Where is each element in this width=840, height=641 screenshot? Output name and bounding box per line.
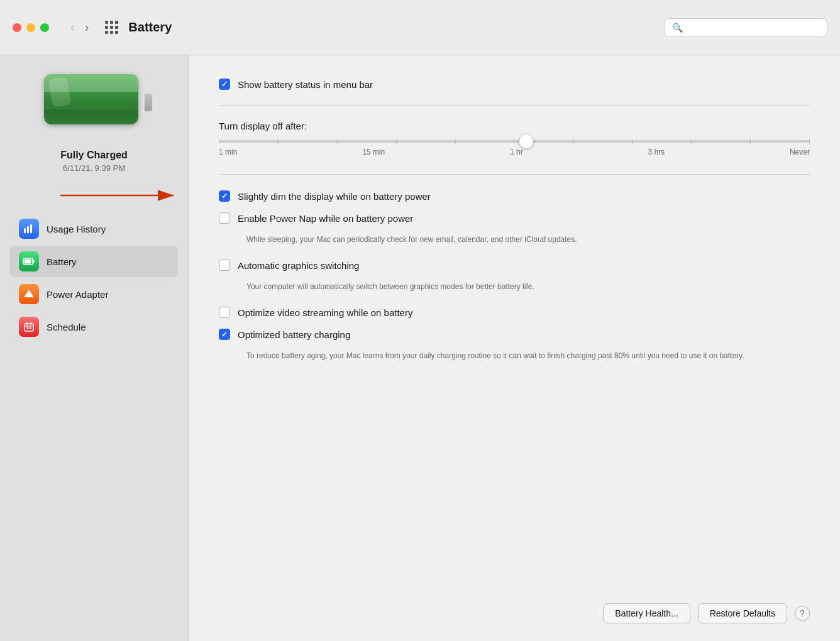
content-area: Show battery status in menu bar Turn dis… (189, 55, 840, 641)
sidebar-item-label-power-adapter: Power Adapter (47, 289, 108, 300)
search-bar[interactable]: 🔍 (664, 18, 827, 37)
battery-image (44, 74, 145, 131)
sidebar-item-label-schedule: Schedule (47, 322, 86, 332)
page-title: Battery (128, 20, 172, 35)
sidebar-item-label-battery: Battery (47, 256, 77, 267)
svg-rect-6 (33, 260, 35, 263)
power-nap-desc: While sleeping, your Mac can periodicall… (246, 234, 810, 245)
optimized-charging-label: Optimized battery charging (238, 328, 350, 341)
tick-7 (573, 139, 573, 144)
slider-labels: 1 min 15 min 1 hr 3 hrs Never (219, 148, 810, 156)
svg-rect-5 (25, 260, 31, 264)
tick-3 (337, 139, 338, 144)
tick-11 (809, 139, 810, 144)
slider-min-label: 1 min (219, 148, 237, 156)
titlebar: ‹ › Battery 🔍 (0, 0, 840, 55)
dim-display-label: Slightly dim the display while on batter… (238, 190, 431, 203)
power-nap-row: Enable Power Nap while on battery power (219, 212, 810, 225)
divider-1 (219, 105, 810, 106)
slider-3hrs-label: 3 hrs (648, 148, 665, 156)
close-button[interactable] (13, 23, 21, 32)
battery-health-button[interactable]: Battery Health... (603, 603, 690, 623)
sidebar-item-power-adapter[interactable]: Power Adapter (10, 278, 178, 310)
usage-history-icon (19, 219, 39, 239)
sidebar: Fully Charged 6/11/21, 9:39 PM (0, 55, 189, 641)
battery-nav-icon (19, 251, 39, 271)
svg-rect-1 (24, 228, 26, 233)
svg-rect-14 (30, 327, 31, 329)
auto-graphics-desc: Your computer will automatically switch … (246, 281, 810, 292)
svg-rect-2 (27, 226, 29, 233)
slider-max-label: Never (790, 148, 810, 156)
sidebar-nav: Usage History Battery (10, 213, 178, 344)
slider-thumb[interactable] (519, 134, 533, 148)
turn-display-off-label: Turn display off after: (219, 121, 810, 131)
arrow-svg (48, 183, 186, 208)
show-battery-checkbox[interactable] (219, 79, 230, 90)
tick-10 (750, 139, 751, 144)
auto-graphics-row: Automatic graphics switching (219, 259, 810, 272)
slider-1hr-label: 1 hr (510, 148, 523, 156)
tick-2 (278, 139, 279, 144)
tick-5 (455, 139, 456, 144)
battery-tip (145, 94, 152, 111)
optimized-charging-checkbox[interactable] (219, 329, 230, 340)
help-button[interactable]: ? (795, 606, 810, 621)
slider-15min-label: 15 min (362, 148, 385, 156)
svg-rect-3 (30, 224, 32, 233)
divider-2 (219, 174, 810, 175)
search-input[interactable] (688, 23, 819, 33)
optimize-video-label: Optimize video streaming while on batter… (238, 306, 412, 319)
sidebar-item-usage-history[interactable]: Usage History (10, 213, 178, 244)
show-battery-row: Show battery status in menu bar (219, 78, 810, 91)
slider-section: Turn display off after: (219, 121, 810, 156)
power-adapter-icon (19, 284, 39, 304)
auto-graphics-checkbox[interactable] (219, 260, 230, 271)
minimize-button[interactable] (26, 23, 35, 32)
power-nap-checkbox[interactable] (219, 212, 230, 224)
arrow-annotation (10, 183, 178, 208)
grid-icon[interactable] (105, 21, 118, 34)
tick-9 (691, 139, 692, 144)
battery-date: 6/11/21, 9:39 PM (63, 163, 125, 173)
battery-status: Fully Charged (60, 150, 128, 161)
svg-rect-12 (26, 327, 28, 329)
schedule-icon (19, 317, 39, 337)
dim-display-checkbox[interactable] (219, 190, 230, 202)
svg-rect-13 (28, 327, 30, 329)
optimized-charging-desc: To reduce battery aging, your Mac learns… (246, 350, 810, 361)
maximize-button[interactable] (40, 23, 49, 32)
tick-8 (632, 139, 633, 144)
dim-display-row: Slightly dim the display while on batter… (219, 190, 810, 203)
search-icon: 🔍 (672, 23, 683, 33)
sidebar-item-label-usage-history: Usage History (47, 224, 106, 234)
tick-6 (514, 139, 514, 144)
back-button[interactable]: ‹ (67, 19, 79, 36)
sidebar-item-battery[interactable]: Battery (10, 246, 178, 277)
window-controls (13, 23, 49, 32)
show-battery-label: Show battery status in menu bar (238, 78, 373, 91)
optimized-charging-row: Optimized battery charging (219, 328, 810, 341)
optimize-video-checkbox[interactable] (219, 307, 230, 318)
svg-marker-7 (24, 290, 34, 297)
nav-arrows: ‹ › (67, 19, 92, 36)
slider-track (219, 140, 810, 143)
main-layout: Fully Charged 6/11/21, 9:39 PM (0, 55, 840, 641)
tick-4 (396, 139, 397, 144)
optimize-video-row: Optimize video streaming while on batter… (219, 306, 810, 319)
power-nap-label: Enable Power Nap while on battery power (238, 212, 413, 225)
sidebar-item-schedule[interactable]: Schedule (10, 311, 178, 342)
tick-1 (219, 139, 219, 144)
tick-marks (219, 139, 810, 144)
bottom-bar: Battery Health... Restore Defaults ? (603, 603, 810, 623)
slider-container (219, 140, 810, 143)
forward-button[interactable]: › (81, 19, 93, 36)
restore-defaults-button[interactable]: Restore Defaults (698, 603, 787, 623)
battery-body (44, 74, 138, 124)
auto-graphics-label: Automatic graphics switching (238, 259, 359, 272)
